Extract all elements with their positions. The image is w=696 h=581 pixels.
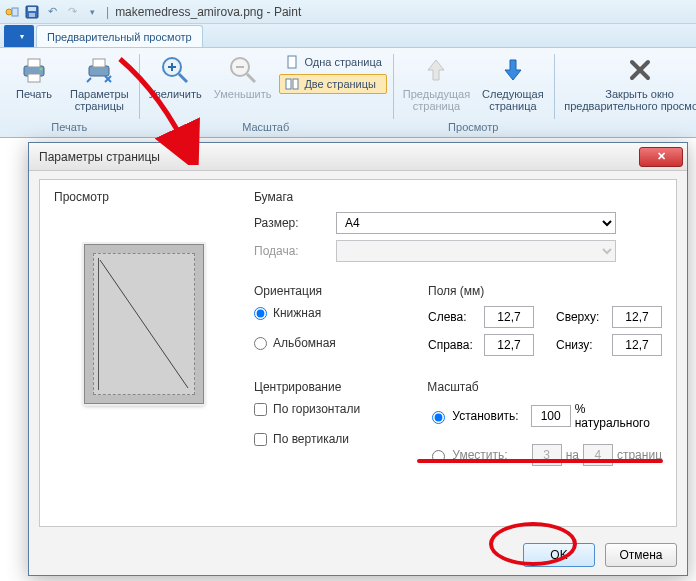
zoom-in-icon [159,54,191,86]
one-page-label: Одна страница [304,56,381,68]
landscape-radio[interactable] [254,337,267,350]
svg-rect-18 [288,56,296,68]
two-pages-button[interactable]: Две страницы [279,74,386,94]
document-name: makemedress_amirova.png [115,5,263,19]
cancel-button[interactable]: Отмена [605,543,677,567]
window-titlebar: ↶ ↷ ▾ | makemedress_amirova.png - Paint [0,0,696,24]
zoom-out-label: Уменьшить [214,88,272,100]
margin-top-input[interactable] [612,306,662,328]
margin-left-input[interactable] [484,306,534,328]
orientation-landscape[interactable]: Альбомная [254,336,398,350]
svg-rect-10 [93,59,105,67]
close-icon [624,54,656,86]
group-label-close [560,121,696,135]
scale-adjust-radio[interactable] [432,411,445,424]
svg-rect-20 [293,79,298,89]
svg-point-8 [40,68,43,71]
undo-icon[interactable]: ↶ [44,4,60,20]
margin-top-label: Сверху: [556,310,606,324]
ribbon-group-view: Предыдущая страница Следующая страница П… [393,48,554,137]
center-horiz[interactable]: По горизонтали [254,402,397,416]
center-vert-checkbox[interactable] [254,433,267,446]
one-page-button[interactable]: Одна страница [279,52,386,72]
page-preview [84,244,204,404]
margin-left-label: Слева: [428,310,478,324]
center-vert-label: По вертикали [273,432,349,446]
zoom-in-label: Увеличить [149,88,202,100]
ribbon-tabs: Предварительный просмотр [0,24,696,48]
dialog-titlebar[interactable]: Параметры страницы ✕ [29,143,687,171]
svg-line-16 [247,74,255,82]
dialog-body: Просмотр Бумага Размер: A4 [39,179,677,527]
margin-bottom-label: Снизу: [556,338,606,352]
size-label: Размер: [254,216,328,230]
save-icon[interactable] [24,4,40,20]
svg-rect-6 [28,59,40,67]
svg-point-0 [6,9,12,15]
margins-label: Поля (мм) [428,284,662,298]
paper-section: Бумага Размер: A4 Подача: [254,190,662,268]
qat-dropdown-icon[interactable]: ▾ [84,4,100,20]
page-setup-dialog: Параметры страницы ✕ Просмотр Бумага Раз… [28,142,688,576]
zoom-out-icon [227,54,259,86]
dialog-close-button[interactable]: ✕ [639,147,683,167]
two-pages-label: Две страницы [304,78,376,90]
svg-line-23 [100,260,188,388]
center-vert[interactable]: По вертикали [254,432,397,446]
group-label-zoom: Масштаб [145,121,387,135]
ribbon-group-close: Закрыть окно предварительного просмотра [554,48,696,137]
source-label: Подача: [254,244,328,258]
paper-label: Бумага [254,190,662,204]
app-name-sep: - [263,5,274,19]
scale-adjust-suffix: % натурального [575,402,662,430]
prev-page-button[interactable]: Предыдущая страница [399,52,474,114]
page-setup-icon [83,54,115,86]
svg-rect-7 [28,74,40,82]
margin-right-input[interactable] [484,334,534,356]
annotation-underline [417,459,663,463]
ribbon-group-zoom: Увеличить Уменьшить Одна страница Две ст… [139,48,393,137]
prev-page-label: Предыдущая страница [403,88,470,112]
zoom-out-button[interactable]: Уменьшить [210,52,276,102]
svg-rect-3 [28,7,36,11]
tab-print-preview[interactable]: Предварительный просмотр [36,25,203,47]
paper-size-select[interactable]: A4 [336,212,616,234]
orientation-portrait[interactable]: Книжная [254,306,398,320]
arrow-down-icon [497,54,529,86]
svg-rect-19 [286,79,291,89]
zoom-in-button[interactable]: Увеличить [145,52,206,102]
close-preview-button[interactable]: Закрыть окно предварительного просмотра [560,52,696,114]
print-button[interactable]: Печать [6,52,62,102]
center-horiz-label: По горизонтали [273,402,360,416]
svg-rect-1 [12,8,18,16]
title-separator: | [106,5,109,19]
center-horiz-checkbox[interactable] [254,403,267,416]
landscape-label: Альбомная [273,336,336,350]
ok-button[interactable]: OK [523,543,595,567]
app-name: Paint [274,5,301,19]
one-page-icon [284,54,300,70]
portrait-radio[interactable] [254,307,267,320]
ribbon-group-print: Печать Параметры страницы Печать [0,48,139,137]
next-page-label: Следующая страница [482,88,544,112]
margin-right-label: Справа: [428,338,478,352]
printer-icon [18,54,50,86]
margin-bottom-input[interactable] [612,334,662,356]
file-tab[interactable] [4,25,34,47]
page-setup-label: Параметры страницы [70,88,129,112]
app-icon [4,4,20,20]
dialog-footer: OK Отмена [39,543,677,567]
quick-access-toolbar: ↶ ↷ ▾ [4,4,100,20]
print-label: Печать [16,88,52,100]
centering-label: Центрирование [254,380,397,394]
paper-source-select [336,240,616,262]
redo-icon[interactable]: ↷ [64,4,80,20]
close-preview-label: Закрыть окно предварительного просмотра [564,88,696,112]
page-setup-button[interactable]: Параметры страницы [66,52,133,114]
svg-rect-4 [29,13,35,17]
group-label-print: Печать [6,121,133,135]
scale-adjust-input[interactable] [531,405,571,427]
two-pages-icon [284,76,300,92]
next-page-button[interactable]: Следующая страница [478,52,548,114]
group-label-view: Просмотр [399,121,548,135]
